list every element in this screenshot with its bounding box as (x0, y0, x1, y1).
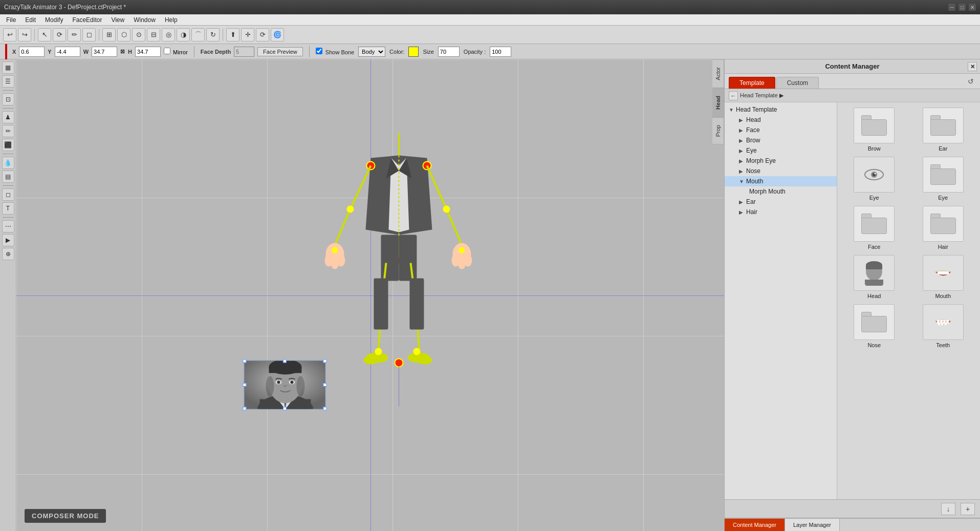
thumb-eye2[interactable]: Eye (911, 157, 975, 201)
layer-manager-tab[interactable]: Layer Manager (785, 519, 840, 531)
thumb-box-face[interactable] (854, 206, 895, 242)
prop-tab[interactable]: Prop (712, 117, 724, 144)
content-manager-close-btn[interactable]: ✕ (968, 62, 977, 71)
color-swatch[interactable] (408, 47, 419, 57)
body-select[interactable]: Body Head Hand Foot (358, 47, 385, 57)
thumb-box-brow[interactable] (854, 108, 895, 143)
thumb-box-nose[interactable] (854, 304, 895, 340)
x-input[interactable] (19, 47, 45, 57)
thumb-box-ear[interactable] (923, 108, 964, 143)
handle-mr[interactable] (323, 383, 326, 387)
tree-item-morph-eye[interactable]: ▶ Morph Eye (725, 156, 837, 166)
tree-item-brow[interactable]: ▶ Brow (725, 135, 837, 145)
thumb-brow[interactable]: Brow (842, 108, 906, 152)
spring-tool[interactable]: 🌀 (271, 28, 284, 41)
tree-root[interactable]: ▼ Head Template (725, 104, 837, 115)
thumb-hair[interactable]: Hair (911, 206, 975, 250)
camera-btn[interactable]: ⊡ (2, 93, 14, 105)
handle-bm[interactable] (282, 407, 286, 411)
handle-br[interactable] (323, 407, 326, 411)
actor-tab[interactable]: Actor (712, 59, 724, 88)
eyedrop-btn[interactable]: 💧 (2, 157, 14, 169)
tree-item-mouth[interactable]: ▼ Mouth (725, 176, 837, 186)
bucket-btn[interactable]: ⬛ (2, 139, 14, 151)
y-input[interactable] (55, 47, 80, 57)
w-input[interactable] (92, 47, 117, 57)
tree-item-face[interactable]: ▶ Face (725, 125, 837, 135)
bone-1-tool[interactable]: ⬡ (117, 28, 130, 41)
custom-tab[interactable]: Custom (776, 77, 819, 89)
handle-tl[interactable] (243, 359, 246, 363)
thumb-head[interactable]: Head (842, 255, 906, 299)
download-btn[interactable]: ↓ (941, 503, 955, 515)
select-tool[interactable]: ↖ (38, 28, 51, 41)
scene-btn[interactable]: ▦ (2, 61, 14, 74)
rotate-tool[interactable]: ↻ (206, 28, 220, 41)
animate-btn[interactable]: ▶ (2, 234, 14, 246)
layer-btn[interactable]: ☰ (2, 75, 14, 88)
face-depth-input[interactable] (234, 47, 254, 57)
menu-edit[interactable]: Edit (21, 15, 40, 25)
size-input[interactable] (438, 47, 460, 57)
undo-btn[interactable]: ↩ (3, 28, 16, 41)
h-input[interactable] (135, 47, 161, 57)
tree-item-head[interactable]: ▶ Head (725, 115, 837, 125)
content-manager-tab[interactable]: Content Manager (725, 519, 785, 531)
show-bone-checkbox[interactable] (316, 48, 322, 54)
face-preview-button[interactable]: Face Preview (257, 47, 303, 56)
menu-faceeditor[interactable]: FaceEditor (68, 15, 106, 25)
thumb-box-teeth[interactable] (923, 304, 964, 340)
text-btn[interactable]: T (2, 202, 14, 215)
grid-tool[interactable]: ⊞ (102, 28, 116, 41)
bone-2-tool[interactable]: ⊙ (132, 28, 145, 41)
breadcrumb-back-btn[interactable]: ← (729, 91, 738, 100)
mirror-tool[interactable]: ⊟ (147, 28, 160, 41)
canvas-area[interactable]: COMPOSER MODE (16, 59, 724, 531)
thumb-eye1[interactable]: Eye (842, 157, 906, 201)
eraser-tool[interactable]: ◻ (82, 28, 96, 41)
cycle-tool[interactable]: ⟳ (256, 28, 269, 41)
menu-modify[interactable]: Modify (41, 15, 67, 25)
tree-item-nose[interactable]: ▶ Nose (725, 166, 837, 176)
record-btn[interactable]: ⊕ (2, 248, 14, 260)
menu-help[interactable]: Help (161, 15, 182, 25)
thumb-box-eye1[interactable] (854, 157, 895, 193)
tree-item-hair[interactable]: ▶ Hair (725, 207, 837, 217)
refresh-btn[interactable]: ↺ (966, 76, 976, 87)
head-tab[interactable]: Head (712, 88, 724, 117)
thumb-nose[interactable]: Nose (842, 304, 906, 348)
thumb-box-eye2[interactable] (923, 157, 964, 193)
thumb-mouth[interactable]: Mouth (911, 255, 975, 299)
shape-btn[interactable]: ◻ (2, 188, 14, 201)
figure-btn[interactable]: ♟ (2, 111, 14, 123)
move-tool[interactable]: ⬆ (226, 28, 239, 41)
mirror-checkbox[interactable] (164, 48, 170, 54)
thumb-box-head[interactable] (854, 255, 895, 291)
thumb-face[interactable]: Face (842, 206, 906, 250)
minimize-btn[interactable]: ─ (948, 4, 955, 11)
tree-item-ear[interactable]: ▶ Ear (725, 197, 837, 207)
redo-btn[interactable]: ↪ (18, 28, 31, 41)
tree-item-eye[interactable]: ▶ Eye (725, 145, 837, 156)
thumb-ear[interactable]: Ear (911, 108, 975, 152)
add-btn[interactable]: + (961, 503, 975, 515)
menu-view[interactable]: View (107, 15, 128, 25)
eye-tool[interactable]: ◎ (162, 28, 175, 41)
curve-tool[interactable]: ⌒ (191, 28, 205, 41)
template-tab[interactable]: Template (729, 77, 775, 89)
handle-tm[interactable] (282, 359, 286, 363)
handle-ml[interactable] (243, 383, 246, 387)
handle-tr[interactable] (323, 359, 326, 363)
paint-tool[interactable]: ✏ (68, 28, 81, 41)
thumb-box-hair[interactable] (923, 206, 964, 242)
thumb-box-mouth[interactable] (923, 255, 964, 291)
warp-btn[interactable]: ⋯ (2, 220, 14, 232)
eye-flip-tool[interactable]: ◑ (177, 28, 190, 41)
close-btn[interactable]: ✕ (969, 4, 976, 11)
pencil-btn[interactable]: ✏ (2, 125, 14, 137)
thumb-teeth[interactable]: Teeth (911, 304, 975, 348)
menu-window[interactable]: Window (129, 15, 160, 25)
transform-tool[interactable]: ⟳ (53, 28, 66, 41)
menu-file[interactable]: File (2, 15, 20, 25)
tree-item-morph-mouth[interactable]: Morph Mouth (725, 186, 837, 197)
